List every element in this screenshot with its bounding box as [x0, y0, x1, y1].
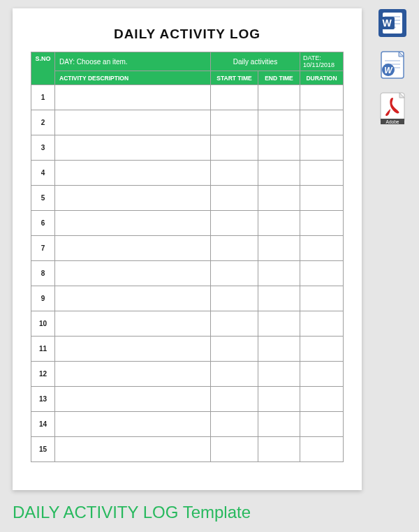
end-time-cell: [258, 85, 300, 110]
end-time-cell: [258, 387, 300, 412]
table-row: 11: [31, 337, 344, 362]
activity-description-cell: [55, 311, 211, 337]
svg-text:W: W: [384, 66, 393, 75]
row-number-cell: 15: [31, 437, 55, 462]
svg-rect-9: [385, 60, 400, 61]
row-number-cell: 4: [31, 161, 55, 186]
duration-cell: [300, 437, 344, 462]
duration-cell: [300, 362, 344, 387]
table-row: 2: [31, 110, 344, 135]
duration-cell: [300, 85, 344, 110]
start-time-cell: [210, 85, 258, 110]
row-number-cell: 8: [31, 261, 55, 286]
end-time-cell: [258, 261, 300, 286]
activity-log-table: S.NO DAY: Choose an item. Daily activiti…: [31, 52, 344, 462]
activity-description-cell: [55, 412, 211, 437]
row-number-cell: 12: [31, 362, 55, 387]
table-row: 7: [31, 236, 344, 261]
end-time-cell: [258, 161, 300, 186]
start-time-cell: [210, 211, 258, 236]
duration-cell: [300, 387, 344, 412]
end-time-cell: [258, 135, 300, 161]
col-sno-header: S.NO: [31, 52, 55, 85]
duration-cell: [300, 236, 344, 261]
start-time-cell: [210, 261, 258, 286]
word-alt-download-icon[interactable]: W: [378, 50, 407, 80]
start-time-cell: [210, 311, 258, 337]
table-row: 10: [31, 311, 344, 337]
start-time-cell: [210, 387, 258, 412]
date-header-cell: DATE: 10/11/2018: [300, 52, 344, 71]
start-time-cell: [210, 135, 258, 161]
col-duration-header: DURATION: [300, 71, 344, 85]
table-row: 13: [31, 387, 344, 412]
row-number-cell: 11: [31, 337, 55, 362]
document-title: DAILY ACTIVITY LOG: [31, 22, 344, 52]
end-time-cell: [258, 110, 300, 135]
activity-description-cell: [55, 110, 211, 135]
activity-description-cell: [55, 161, 211, 186]
start-time-cell: [210, 337, 258, 362]
row-number-cell: 10: [31, 311, 55, 337]
table-row: 14: [31, 412, 344, 437]
row-number-cell: 2: [31, 110, 55, 135]
row-number-cell: 7: [31, 236, 55, 261]
activity-description-cell: [55, 286, 211, 311]
table-row: 12: [31, 362, 344, 387]
duration-cell: [300, 412, 344, 437]
activity-description-cell: [55, 437, 211, 462]
duration-cell: [300, 261, 344, 286]
svg-text:Adobe: Adobe: [386, 119, 399, 124]
start-time-cell: [210, 110, 258, 135]
table-row: 1: [31, 85, 344, 110]
activity-description-cell: [55, 236, 211, 261]
duration-cell: [300, 311, 344, 337]
row-number-cell: 14: [31, 412, 55, 437]
table-row: 15: [31, 437, 344, 462]
table-row: 4: [31, 161, 344, 186]
start-time-cell: [210, 286, 258, 311]
end-time-cell: [258, 437, 300, 462]
duration-cell: [300, 161, 344, 186]
activity-description-cell: [55, 261, 211, 286]
activity-description-cell: [55, 362, 211, 387]
start-time-cell: [210, 437, 258, 462]
activity-description-cell: [55, 337, 211, 362]
table-row: 5: [31, 186, 344, 211]
duration-cell: [300, 135, 344, 161]
end-time-cell: [258, 211, 300, 236]
activity-description-cell: [55, 387, 211, 412]
activity-description-cell: [55, 85, 211, 110]
start-time-cell: [210, 362, 258, 387]
start-time-cell: [210, 236, 258, 261]
end-time-cell: [258, 186, 300, 211]
duration-cell: [300, 110, 344, 135]
activity-description-cell: [55, 135, 211, 161]
start-time-cell: [210, 161, 258, 186]
duration-cell: [300, 337, 344, 362]
word-download-icon[interactable]: W: [378, 8, 407, 38]
row-number-cell: 9: [31, 286, 55, 311]
end-time-cell: [258, 337, 300, 362]
pdf-download-icon[interactable]: Adobe: [378, 92, 407, 121]
row-number-cell: 6: [31, 211, 55, 236]
col-activity-header: ACTIVITY DESCRIPTION: [55, 71, 211, 85]
table-row: 9: [31, 286, 344, 311]
col-start-header: START TIME: [210, 71, 258, 85]
row-number-cell: 5: [31, 186, 55, 211]
col-end-header: END TIME: [258, 71, 300, 85]
end-time-cell: [258, 311, 300, 337]
duration-cell: [300, 186, 344, 211]
table-row: 8: [31, 261, 344, 286]
document-page: DAILY ACTIVITY LOG S.NO DAY: Choose an i…: [13, 8, 362, 490]
download-icons-column: W W Adobe: [376, 8, 409, 121]
table-row: 3: [31, 135, 344, 161]
duration-cell: [300, 286, 344, 311]
row-number-cell: 1: [31, 85, 55, 110]
activity-description-cell: [55, 211, 211, 236]
table-header-row-2: ACTIVITY DESCRIPTION START TIME END TIME…: [31, 71, 344, 85]
end-time-cell: [258, 362, 300, 387]
page-caption: DAILY ACTIVITY LOG Template: [13, 503, 251, 522]
day-header-cell: DAY: Choose an item.: [55, 52, 211, 71]
end-time-cell: [258, 286, 300, 311]
